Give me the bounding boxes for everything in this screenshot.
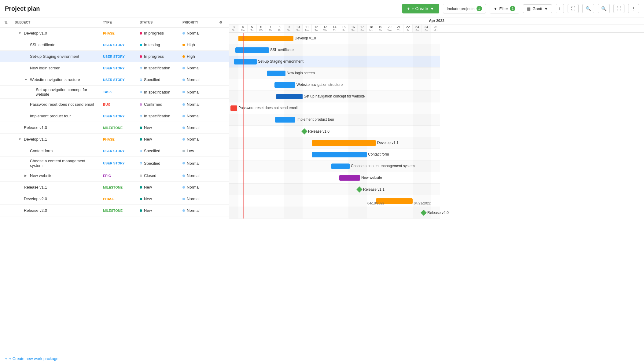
create-plus-icon: + <box>5 356 7 361</box>
status-text: In specification <box>144 66 170 70</box>
more-button[interactable]: ⋮ <box>628 4 639 13</box>
priority-dot <box>182 127 185 129</box>
table-row[interactable]: ▼ Choose a content management system USE… <box>0 157 229 170</box>
type-badge: USER STORY <box>103 55 125 58</box>
filter-label: Filter <box>499 6 508 11</box>
fullscreen-button[interactable]: ⛶ <box>568 4 579 13</box>
row-status: In progress <box>137 31 180 35</box>
priority-dot <box>182 103 185 106</box>
zoom-out-icon: 🔍 <box>601 6 606 11</box>
table-body: ▼ Develop v1.0 PHASE In progress Normal … <box>0 28 229 353</box>
expand-icon[interactable]: ▼ <box>18 138 23 141</box>
subject-text: Develop v1.0 <box>24 31 47 35</box>
priority-dot <box>182 44 185 46</box>
create-work-package-button[interactable]: + + Create new work package <box>0 353 229 364</box>
table-row[interactable]: ▼ Release v1.1 MILESTONE New Normal <box>0 182 229 193</box>
table-row[interactable]: ▼ Develop v2.0 PHASE New Normal <box>0 193 229 205</box>
row-subject: ▼ Password reset does not send email <box>12 102 101 107</box>
status-text: In progress <box>144 54 164 59</box>
row-type: USER STORY <box>101 43 137 47</box>
table-row[interactable]: ▼ Website navigation structure USER STOR… <box>0 74 229 86</box>
row-subject: ▼ SSL certificate <box>12 42 101 47</box>
table-row[interactable]: ▼ Set up navigation concept for website … <box>0 86 229 99</box>
expand-icon[interactable]: ▶ <box>24 174 29 177</box>
row-subject: ▼ New login screen <box>12 66 101 70</box>
table-header: ⇅ SUBJECT TYPE STATUS PRIORITY ⚙ <box>0 17 229 28</box>
gantt-row-bg <box>229 149 440 160</box>
create-button[interactable]: + + Create ▼ <box>402 4 439 13</box>
priority-text: High <box>187 54 195 59</box>
priority-text: Normal <box>187 208 200 213</box>
col-subject-header: SUBJECT <box>12 20 101 24</box>
table-row[interactable]: ▼ Implement product tour USER STORY In s… <box>0 110 229 122</box>
table-row[interactable]: ▼ New login screen USER STORY In specifi… <box>0 62 229 74</box>
fit-button[interactable]: ⛶ <box>613 4 624 13</box>
info-button[interactable]: ℹ <box>556 4 564 13</box>
row-priority: Normal <box>180 90 217 94</box>
type-badge: PHASE <box>103 197 115 201</box>
subject-text: Release v1.0 <box>24 125 47 130</box>
status-dot <box>140 103 142 106</box>
type-badge: BUG <box>103 103 110 106</box>
status-text: New <box>144 208 152 213</box>
table-row[interactable]: ▼ Develop v1.1 PHASE New Normal <box>0 134 229 145</box>
header: Project plan + + Create ▼ Include projec… <box>0 0 644 17</box>
table-row[interactable]: ▼ Release v1.0 MILESTONE New Normal <box>0 122 229 134</box>
status-text: Closed <box>144 173 156 178</box>
month-label: Apr 2022 <box>429 19 444 23</box>
settings-icon[interactable]: ⚙ <box>219 20 222 24</box>
row-status: Closed <box>137 173 180 178</box>
expand-icon[interactable]: ▼ <box>24 78 29 81</box>
row-type: USER STORY <box>101 55 137 58</box>
create-label: + Create new work package <box>9 356 59 361</box>
zoom-out-button[interactable]: 🔍 <box>598 4 610 13</box>
table-row[interactable]: ▼ Release v2.0 MILESTONE New Normal <box>0 205 229 216</box>
include-projects-button[interactable]: Include projects 1 <box>443 4 486 13</box>
day-cell: 16Sa <box>348 24 358 32</box>
type-badge: PHASE <box>103 138 115 141</box>
day-cell: 19Tu <box>376 24 385 32</box>
row-status: In specification <box>137 90 180 94</box>
col-type-header: TYPE <box>101 20 137 24</box>
table-row[interactable]: ▼ Develop v1.0 PHASE In progress Normal <box>0 28 229 39</box>
status-text: New <box>144 197 152 201</box>
filter-button[interactable]: ▼ Filter 1 <box>490 4 520 13</box>
row-subject: ▼ Release v1.0 <box>12 125 101 130</box>
table-row[interactable]: ▶ New website EPIC Closed Normal <box>0 170 229 182</box>
main-container: ⇅ SUBJECT TYPE STATUS PRIORITY ⚙ ▼ Devel… <box>0 17 644 364</box>
gantt-row-bg <box>229 184 440 195</box>
priority-dot <box>182 186 185 189</box>
gantt-row-bg <box>229 207 440 219</box>
create-dropdown-icon: ▼ <box>430 6 434 11</box>
subject-text: Implement product tour <box>30 114 71 118</box>
subject-text: Develop v2.0 <box>24 197 47 201</box>
gantt-row-bg <box>229 195 440 207</box>
day-cell: 5Tu <box>248 24 257 32</box>
status-text: In progress <box>144 31 164 35</box>
status-text: In specification <box>144 90 170 94</box>
expand-icon[interactable]: ▼ <box>18 31 23 35</box>
subject-text: Release v2.0 <box>24 208 47 213</box>
table-row[interactable]: ▼ SSL certificate USER STORY In testing … <box>0 39 229 51</box>
priority-text: Normal <box>187 31 200 35</box>
sort-button[interactable]: ⇅ <box>0 20 12 25</box>
row-status: In progress <box>137 54 180 59</box>
gantt-month-header: Apr 2022 <box>229 17 644 24</box>
row-type: EPIC <box>101 174 137 178</box>
table-row[interactable]: ▼ Set-up Staging environment USER STORY … <box>0 51 229 62</box>
day-cell: 12Tu <box>312 24 321 32</box>
table-row[interactable]: ▼ Contact form USER STORY Specified Low <box>0 145 229 157</box>
priority-text: Normal <box>187 185 200 189</box>
table-row[interactable]: ▼ Password reset does not send email BUG… <box>0 99 229 110</box>
row-type: BUG <box>101 103 137 106</box>
priority-dot <box>182 115 185 117</box>
gantt-button[interactable]: ▦ Gantt ▼ <box>523 4 552 13</box>
row-subject: ▼ Develop v1.1 <box>12 137 101 142</box>
priority-text: Normal <box>187 125 200 130</box>
row-status: In specification <box>137 114 180 118</box>
filter-icon: ▼ <box>494 6 498 11</box>
gantt-row-bg <box>229 126 440 137</box>
create-plus-icon: + <box>407 6 410 11</box>
day-cell: 11Mo <box>303 24 312 32</box>
zoom-in-button[interactable]: 🔍 <box>582 4 594 13</box>
